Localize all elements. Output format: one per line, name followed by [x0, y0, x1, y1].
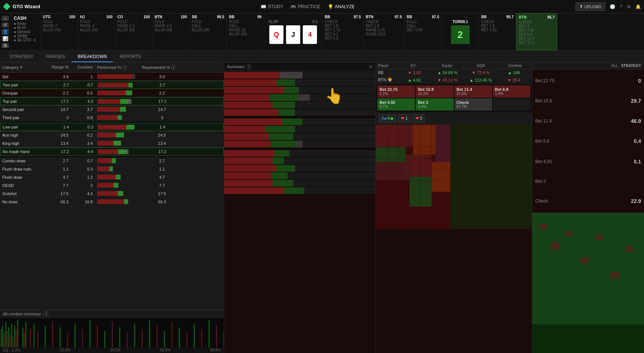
svg-rect-66: [224, 117, 375, 118]
svg-rect-16: [25, 322, 26, 347]
settings-icon[interactable]: ⚙: [627, 4, 631, 9]
position-co: CO 100 FOLD RAISE 2.3 ALLIN 100: [115, 13, 152, 50]
tab-breakdown[interactable]: BREAKDOWN: [72, 52, 113, 62]
svg-rect-24: [74, 324, 76, 347]
svg-rect-84: [224, 158, 273, 164]
bet-cell-15[interactable]: Bet 15.9 16.2%: [416, 85, 453, 98]
svg-rect-26: [89, 320, 91, 347]
svg-rect-34: [149, 320, 150, 347]
svg-rect-124: [532, 213, 644, 324]
svg-rect-130: [610, 272, 619, 279]
svg-rect-96: [224, 187, 284, 194]
bet-cell-4[interactable]: Bet 4.55 0.7%: [377, 98, 415, 111]
equity-chart: [0, 318, 224, 347]
sidebar-icon-home[interactable]: ⌂: [1, 16, 9, 21]
equity-labels: EQ - 6.2% 22.4% 34.5% 66.6% 94.9%: [0, 347, 224, 353]
svg-rect-81: [224, 150, 275, 157]
table-row[interactable]: Overpair 2.2 0.5 2.2: [0, 89, 224, 97]
svg-rect-92: [288, 172, 375, 179]
equity-label-1: EQ - 6.2%: [3, 348, 20, 352]
table-row[interactable]: Ace high 24.5 6.2 24.5: [0, 131, 224, 139]
bet-cell-22[interactable]: Bet 22.75 2.2%: [377, 85, 415, 98]
svg-rect-61: [273, 102, 295, 108]
table-row[interactable]: Combo draw 2.7 0.7 2.7: [0, 157, 224, 165]
app-logo[interactable]: GTO Wizard: [3, 3, 40, 10]
table-row[interactable]: King high 13.4 3.4 13.4: [0, 139, 224, 147]
bet-cell-3[interactable]: Bet 3 0.4%: [416, 98, 453, 111]
table-row[interactable]: No made hand 17.2 4.4 17.2: [0, 147, 224, 156]
table-row[interactable]: Third pair 3 0.8 3: [0, 114, 224, 122]
history-icon[interactable]: 🕐: [610, 4, 615, 9]
svg-rect-51: [276, 79, 295, 86]
svg-rect-3: [2, 325, 3, 347]
equity-label-2: 22.4%: [60, 348, 70, 352]
sidebar-icon-controls[interactable]: ⊞: [1, 43, 9, 48]
th-category[interactable]: Category ▼: [0, 64, 45, 71]
upload-button[interactable]: ⬆ UPLOAD: [575, 2, 605, 11]
filter-card-ak[interactable]: A♦ K♣: [379, 114, 396, 123]
svg-rect-111: [376, 162, 409, 181]
svg-rect-21: [52, 322, 53, 347]
th-range: Range %: [45, 64, 71, 71]
sidebar-icon-user[interactable]: 👤: [1, 29, 9, 34]
position-hj: HJ 100 FOLD RAISE 2 ALLIN 100: [78, 13, 115, 50]
svg-rect-107: [435, 125, 450, 162]
summary-info-icon[interactable]: ℹ: [246, 64, 251, 69]
represented-info-icon[interactable]: ℹ: [171, 65, 176, 70]
tab-ranges[interactable]: RANGES: [40, 52, 71, 62]
tab-reports[interactable]: REPORTS: [114, 52, 147, 62]
svg-rect-98: [304, 187, 375, 194]
nav-analyze[interactable]: 💡 ANALYZE: [328, 4, 355, 9]
bet-cell-11[interactable]: Bet 11.4 21.5%: [454, 85, 492, 98]
all-combos-info-icon[interactable]: ℹ: [43, 311, 48, 317]
flop-card-2: J: [286, 25, 300, 44]
table-row[interactable]: Flush draw nuts 1.1 0.3 1.1: [0, 165, 224, 173]
performed-info-icon[interactable]: ℹ: [122, 65, 127, 70]
sidebar-icon-refresh[interactable]: ↺: [1, 22, 9, 28]
bottom-strategy-chart: [532, 213, 644, 353]
svg-rect-72: [295, 126, 375, 133]
tab-strategy[interactable]: STRATEGY: [4, 52, 39, 62]
table-row[interactable]: Two pair 2.7 0.7 2.7: [0, 81, 224, 89]
settings-small-icon[interactable]: ⚙: [33, 38, 36, 42]
notifications-icon[interactable]: 🔔: [635, 4, 641, 9]
strategy-label: STRATEGY: [621, 64, 641, 68]
svg-rect-28: [104, 331, 105, 347]
svg-rect-83: [289, 150, 375, 157]
table-row[interactable]: Top pair 17.1 4.3 17.1: [0, 97, 224, 105]
svg-rect-128: [581, 257, 589, 263]
table-row[interactable]: Flush draw 4.7 1.2 4.7: [0, 173, 224, 181]
svg-rect-99: [299, 71, 299, 287]
table-row[interactable]: Set 3.9 1 3.9: [0, 73, 224, 81]
table-row[interactable]: OESD 7.7 2 7.7: [0, 181, 224, 190]
svg-rect-82: [275, 150, 289, 157]
practice-icon: 🎮: [291, 4, 296, 9]
filter-card-heart1[interactable]: ❤ 1: [398, 114, 410, 123]
expand-button[interactable]: ⊞: [369, 64, 372, 69]
study-icon: 📖: [261, 4, 266, 9]
table-row[interactable]: Gutshot 17.5 4.4 17.5: [0, 190, 224, 198]
sidebar-icon-chart[interactable]: 📊: [1, 36, 9, 41]
svg-rect-32: [134, 324, 135, 347]
summary-panel: Summary ℹ ⊞: [224, 63, 376, 353]
positions-bar: UTG 100 FOLD RAISE 2 ALLIN 100 HJ 100 FO…: [41, 13, 644, 50]
bet-cell-empty: [493, 98, 530, 111]
svg-rect-63: [224, 109, 278, 116]
svg-rect-14: [22, 327, 23, 347]
nav-study[interactable]: 📖 STUDY: [261, 4, 283, 9]
svg-rect-60: [224, 102, 273, 108]
svg-rect-40: [194, 324, 195, 347]
bet-cell-check[interactable]: Check 57.7%: [454, 98, 492, 111]
table-row[interactable]: Second pair 14.7 3.7 14.7: [0, 105, 224, 114]
table-row[interactable]: No draw 66.3 16.8 66.3: [0, 198, 224, 206]
all-label: ALL: [611, 64, 618, 68]
help-icon[interactable]: ?: [620, 4, 622, 9]
table-row[interactable]: Low pair 1.4 0.3 1.4: [0, 123, 224, 131]
strategy-row: Bet 6.8 0.4: [535, 138, 641, 144]
nav-right: ⬆ UPLOAD 🕐 ? ⚙ 🔔: [575, 2, 641, 11]
svg-rect-86: [284, 158, 375, 164]
filter-card-heart3[interactable]: ❤ 3: [413, 114, 425, 123]
nav-practice[interactable]: 🎮 PRACTICE: [291, 4, 320, 9]
svg-rect-65: [295, 109, 375, 116]
bet-cell-6[interactable]: Bet 6.8 1.4%: [493, 85, 530, 98]
